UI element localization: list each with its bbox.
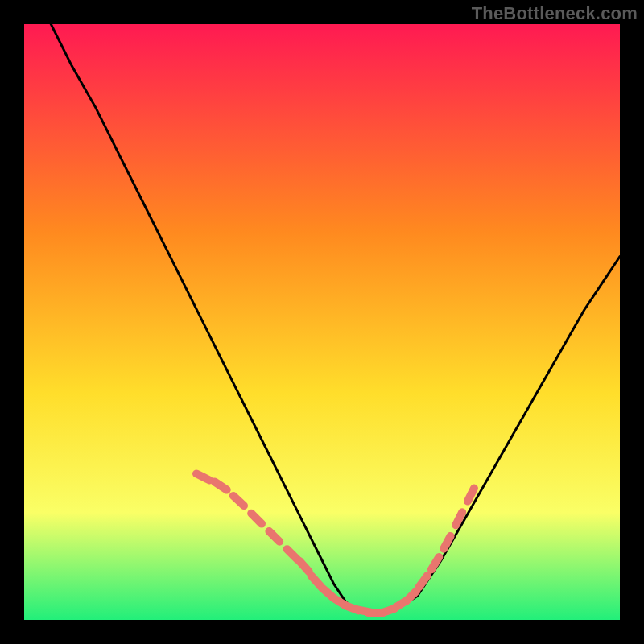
- chart-frame: TheBottleneck.com: [0, 0, 644, 644]
- gradient-background: [24, 24, 620, 620]
- plot-svg: [24, 24, 620, 620]
- plot-area: [24, 24, 620, 620]
- watermark-text: TheBottleneck.com: [472, 3, 638, 24]
